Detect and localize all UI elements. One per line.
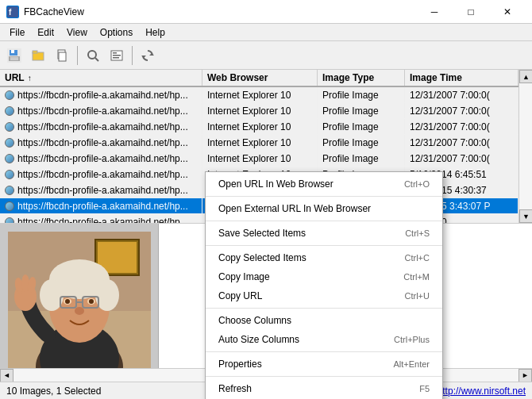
scroll-right-button[interactable]: ► [519, 369, 532, 382]
scroll-up-button[interactable]: ▲ [519, 70, 532, 83]
svg-rect-4 [11, 50, 14, 53]
svg-marker-19 [141, 56, 146, 58]
context-item-label: Open External URL In Web Browser [218, 203, 371, 214]
cell-time: 12/31/2007 7:00:0( [405, 103, 519, 118]
menu-file[interactable]: File [3, 25, 31, 40]
scroll-down-button[interactable]: ▼ [519, 209, 532, 223]
cell-url: https://fbcdn-profile-a.akamaihd.net/hp.… [0, 103, 202, 118]
close-button[interactable]: ✕ [489, 0, 526, 24]
context-item-label: Open URL In Web Browser [218, 178, 333, 190]
cached-image [8, 232, 151, 368]
context-menu-item[interactable]: Copy Selected ItemsCtrl+C [206, 248, 442, 267]
cell-browser: Internet Explorer 10 [202, 151, 318, 166]
col-type[interactable]: Image Type [318, 70, 405, 86]
cell-browser: Internet Explorer 10 [202, 103, 318, 118]
context-menu-item[interactable]: Open External URL In Web Browser [206, 199, 442, 218]
cell-type: Profile Image [318, 87, 405, 102]
maximize-button[interactable]: □ [453, 0, 489, 24]
cell-url: https://fbcdn-profile-a.akamaihd.net/hp.… [0, 198, 202, 213]
row-globe-icon [5, 138, 14, 148]
table-row[interactable]: https://fbcdn-profile-a.akamaihd.net/hp.… [0, 103, 519, 119]
table-row[interactable]: https://fbcdn-profile-a.akamaihd.net/hp.… [0, 151, 519, 167]
cell-type: Profile Image [318, 151, 405, 166]
svg-rect-16 [113, 55, 121, 56]
context-item-shortcut: Ctrl+O [404, 179, 430, 189]
menu-help[interactable]: Help [139, 25, 172, 40]
url-text: https://fbcdn-profile-a.akamaihd.net/hp.… [17, 106, 188, 117]
menu-options[interactable]: Options [94, 25, 139, 40]
context-item-shortcut: Ctrl+S [405, 228, 430, 238]
context-separator [206, 308, 442, 309]
toolbar [0, 41, 532, 70]
col-time[interactable]: Image Time [405, 70, 519, 86]
cell-url: https://fbcdn-profile-a.akamaihd.net/hp.… [0, 214, 202, 223]
table-row[interactable]: https://fbcdn-profile-a.akamaihd.net/hp.… [0, 87, 519, 103]
context-separator [206, 196, 442, 197]
context-menu-item[interactable]: Auto Size ColumnsCtrl+Plus [206, 330, 442, 349]
table-row[interactable]: https://fbcdn-profile-a.akamaihd.net/hp.… [0, 135, 519, 151]
svg-point-32 [65, 299, 70, 304]
cell-browser: Internet Explorer 10 [202, 87, 318, 102]
cell-time: 12/31/2007 7:00:0( [405, 87, 519, 102]
cell-time: 12/31/2007 7:00:0( [405, 119, 519, 134]
context-item-label: Copy Selected Items [218, 252, 306, 263]
context-item-shortcut: Alt+Enter [393, 359, 430, 369]
cell-type: Profile Image [318, 135, 405, 150]
window-title: FBCacheView [24, 6, 416, 17]
scroll-track[interactable] [519, 83, 532, 209]
app-icon: f [6, 6, 19, 18]
svg-point-34 [89, 299, 94, 304]
url-text: https://fbcdn-profile-a.akamaihd.net/hp.… [17, 121, 188, 132]
cell-url: https://fbcdn-profile-a.akamaihd.net/hp.… [0, 119, 202, 134]
row-globe-icon [5, 186, 14, 195]
context-item-label: Choose Columns [218, 315, 291, 326]
svg-rect-6 [10, 57, 18, 60]
context-menu-item[interactable]: Open URL In Web BrowserCtrl+O [206, 175, 442, 194]
context-menu-item[interactable]: RefreshF5 [206, 379, 442, 398]
context-item-label: Copy URL [218, 290, 262, 301]
row-globe-icon [5, 217, 14, 224]
context-item-label: Auto Size Columns [218, 334, 299, 345]
context-menu-item[interactable]: Copy URLCtrl+U [206, 286, 442, 305]
vertical-scrollbar[interactable]: ▲ ▼ [519, 70, 532, 223]
row-globe-icon [5, 106, 14, 116]
row-globe-icon [5, 122, 14, 132]
window-controls: ─ □ ✕ [416, 0, 526, 24]
context-menu-item[interactable]: Copy ImageCtrl+M [206, 267, 442, 286]
save-toolbar-button[interactable] [3, 44, 25, 67]
copy-toolbar-button[interactable] [51, 44, 73, 67]
col-url[interactable]: URL ↑ [0, 70, 202, 86]
nirsoft-link[interactable]: http://www.nirsoft.net [438, 386, 526, 397]
cell-url: https://fbcdn-profile-a.akamaihd.net/hp.… [0, 87, 202, 102]
toolbar-separator-1 [77, 46, 78, 65]
cell-time: 12/31/2007 7:00:0( [405, 135, 519, 150]
open-toolbar-button[interactable] [27, 44, 49, 67]
menu-edit[interactable]: Edit [31, 25, 60, 40]
refresh-toolbar-button[interactable] [137, 44, 159, 67]
context-separator [206, 376, 442, 377]
context-menu-item[interactable]: Save Selected ItemsCtrl+S [206, 224, 442, 243]
url-text: https://fbcdn-profile-a.akamaihd.net/hp.… [17, 137, 188, 148]
minimize-button[interactable]: ─ [416, 0, 453, 24]
cell-browser: Internet Explorer 10 [202, 119, 318, 134]
table-row[interactable]: https://fbcdn-profile-a.akamaihd.net/hp.… [0, 119, 519, 135]
cell-time: 12/31/2007 7:00:0( [405, 151, 519, 166]
context-menu: Open URL In Web BrowserCtrl+OOpen Extern… [205, 171, 443, 399]
svg-point-12 [88, 51, 96, 59]
menu-view[interactable]: View [60, 25, 94, 40]
context-item-label: Refresh [218, 383, 252, 394]
context-menu-item[interactable]: Choose Columns [206, 311, 442, 330]
context-menu-item[interactable]: PropertiesAlt+Enter [206, 355, 442, 374]
toolbar-separator-2 [132, 46, 133, 65]
context-item-shortcut: Ctrl+U [405, 291, 430, 301]
col-browser[interactable]: Web Browser [202, 70, 318, 86]
svg-marker-18 [149, 53, 154, 56]
search-toolbar-button[interactable] [82, 44, 104, 67]
context-separator [206, 245, 442, 246]
properties-toolbar-button[interactable] [106, 44, 128, 67]
context-separator [206, 351, 442, 352]
svg-rect-15 [113, 52, 117, 54]
context-item-shortcut: Ctrl+C [405, 253, 430, 263]
scroll-left-button[interactable]: ◄ [0, 369, 13, 382]
cell-browser: Internet Explorer 10 [202, 135, 318, 150]
